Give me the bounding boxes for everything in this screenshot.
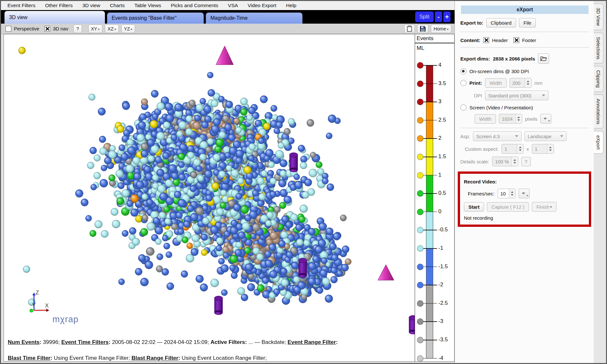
record-capture-button[interactable]: Capture ( F12 ) xyxy=(487,202,529,212)
details-scale-value: 100 % xyxy=(492,157,511,166)
menu-item-table-views[interactable]: Table Views xyxy=(134,3,161,8)
open-export-folder-button[interactable] xyxy=(538,53,549,64)
status-segment: : xyxy=(336,339,338,345)
x-axis-label: X xyxy=(45,303,49,309)
spin-down-icon[interactable] xyxy=(517,119,520,122)
fps-value: 10 xyxy=(498,189,509,198)
legend-tick-label: -3 xyxy=(438,318,443,325)
details-scale-help-button[interactable]: ? xyxy=(521,157,531,166)
spin-up-icon[interactable] xyxy=(511,190,513,193)
menu-item-picks-and-comments[interactable]: Picks and Comments xyxy=(171,3,218,8)
tab-magnitude-time[interactable]: Magnitude-Time xyxy=(206,12,303,24)
onscreen-dims-radio[interactable] xyxy=(460,68,466,74)
legend-tick-label: 0.5 xyxy=(438,190,446,196)
spin-down-icon[interactable] xyxy=(549,149,552,152)
side-tab-export[interactable]: eXport xyxy=(594,131,603,154)
plane-xy-button[interactable]: XY xyxy=(88,25,102,33)
legend-marker-circle xyxy=(417,245,423,252)
spinner-arrows[interactable] xyxy=(525,78,531,87)
remove-view-button[interactable]: - xyxy=(435,11,442,22)
plane-xz-button[interactable]: XZ xyxy=(105,25,119,33)
spin-up-icon[interactable] xyxy=(513,158,516,161)
details-scale-spinner[interactable]: 100 % xyxy=(492,157,518,166)
spin-up-icon[interactable] xyxy=(527,79,529,82)
footer-checkbox[interactable] xyxy=(513,37,519,43)
legend-title: Events xyxy=(417,35,454,42)
menu-item-help[interactable]: Help xyxy=(286,3,297,8)
record-finish-button[interactable]: Finish xyxy=(532,202,556,212)
spinner-arrows[interactable] xyxy=(515,114,522,123)
export-clipboard-button[interactable]: Clipboard xyxy=(486,18,516,28)
screen-width-spinner[interactable]: 1024 xyxy=(499,114,522,124)
dpi-dropdown[interactable]: Standard print (300) xyxy=(485,91,548,100)
header-checkbox[interactable] xyxy=(483,37,489,43)
side-tab-annotations[interactable]: Annotations xyxy=(594,94,603,128)
legend-marker-circle xyxy=(417,154,423,160)
home-view-button[interactable]: Home xyxy=(431,25,451,33)
plane-xz-label: XZ xyxy=(107,26,114,31)
spin-down-icon[interactable] xyxy=(511,194,513,197)
menu-item-video-export[interactable]: Video Export xyxy=(248,3,276,8)
menu-item-charts[interactable]: Charts xyxy=(110,3,125,8)
menu-item-vsa[interactable]: VSA xyxy=(228,3,238,8)
status-segment: Blast Range Filter xyxy=(131,355,178,361)
print-width-toggle-button[interactable]: Width xyxy=(485,78,506,88)
side-tab-selections[interactable]: Selections xyxy=(594,33,603,63)
print-width-spinner[interactable]: 200 xyxy=(510,78,532,88)
spin-up-icon[interactable] xyxy=(519,145,522,148)
add-view-button[interactable]: + xyxy=(443,11,451,22)
onscreen-dims-label: On-screen dims @ 300 DPI xyxy=(469,69,529,74)
content-label: Content: xyxy=(460,38,480,43)
3d-nav-checkbox[interactable] xyxy=(44,26,50,32)
legend-tick-label: -4 xyxy=(438,355,443,361)
spin-up-icon[interactable] xyxy=(549,145,552,148)
y-axis-label: Y xyxy=(32,302,36,308)
record-start-button[interactable]: Start xyxy=(464,202,484,212)
plane-yz-button[interactable]: YZ xyxy=(121,25,135,33)
print-radio[interactable] xyxy=(460,80,466,86)
screen-radio[interactable] xyxy=(460,105,466,111)
legend-marker-circle xyxy=(417,282,423,288)
menu-item-3d-view[interactable]: 3D view xyxy=(82,3,100,8)
aspect-dropdown[interactable]: Screen 4:3 xyxy=(473,131,522,141)
tab-3d-view[interactable]: 3D view xyxy=(4,11,105,24)
spin-down-icon[interactable] xyxy=(527,83,529,86)
axis-origin-dot xyxy=(29,309,33,313)
spin-up-icon[interactable] xyxy=(517,115,520,118)
tab-events-passing-base-filter-[interactable]: Events passing "Base Filter" xyxy=(107,12,204,24)
custom-aspect-w-spinner[interactable]: 1 xyxy=(501,144,523,154)
3d-viewport[interactable]: Z Y X mχrap Num Events: 39996; Event Tim… xyxy=(4,34,455,362)
menu-item-other-filters[interactable]: Other Filters xyxy=(45,3,73,8)
event-point-cloud[interactable] xyxy=(4,34,454,361)
export-file-button[interactable]: File xyxy=(519,18,536,28)
status-segment: Active Filters: xyxy=(210,339,247,345)
save-icon xyxy=(420,26,426,32)
fps-spinner[interactable]: 10 xyxy=(498,189,516,198)
fps-presets-combo[interactable] xyxy=(519,189,530,198)
menu-item-event-filters[interactable]: Event Filters xyxy=(7,3,35,8)
spinner-arrows[interactable] xyxy=(509,189,515,198)
legend-tick xyxy=(423,65,437,66)
custom-aspect-h-spinner[interactable]: 1 xyxy=(532,144,554,154)
help-button[interactable]: ? xyxy=(73,25,82,33)
side-tab-clipping[interactable]: Clipping xyxy=(594,66,603,92)
screen-width-presets-combo[interactable] xyxy=(540,114,551,124)
spin-down-icon[interactable] xyxy=(519,149,522,152)
3d-nav-label: 3D nav xyxy=(53,26,68,31)
spinner-arrows[interactable] xyxy=(517,144,523,153)
legend-marker-circle xyxy=(417,337,423,343)
spinner-arrows[interactable] xyxy=(511,157,518,166)
screen-width-toggle-button[interactable]: Width xyxy=(475,114,496,124)
save-view-button[interactable] xyxy=(417,25,428,33)
folder-icon xyxy=(540,56,547,61)
copy-view-button[interactable] xyxy=(404,25,415,33)
legend-tick xyxy=(423,340,437,340)
split-button[interactable]: Split xyxy=(415,11,434,22)
spinner-arrows[interactable] xyxy=(547,144,554,153)
status-segment: 2005-08-02 22:02 — 2024-04-02 15:09; xyxy=(112,339,210,345)
orientation-dropdown[interactable]: Landscape xyxy=(524,131,567,141)
side-tab-3d-view[interactable]: 3D View xyxy=(594,4,603,30)
spin-down-icon[interactable] xyxy=(513,162,516,165)
perspective-checkbox[interactable] xyxy=(6,26,11,32)
legend-marker-circle xyxy=(417,264,423,270)
